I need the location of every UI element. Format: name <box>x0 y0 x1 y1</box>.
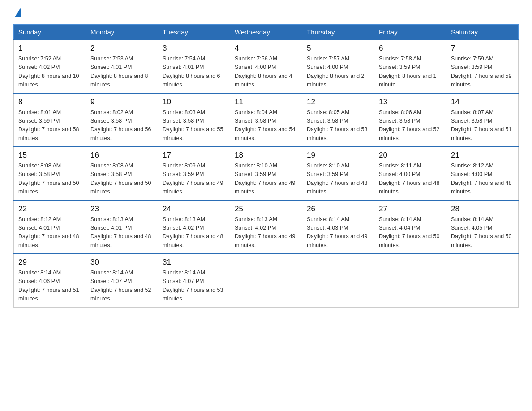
day-info: Sunrise: 8:10 AMSunset: 3:59 PMDaylight:… <box>235 163 296 195</box>
day-number: 17 <box>163 151 225 160</box>
day-number: 1 <box>18 44 81 53</box>
calendar-cell: 21Sunrise: 8:12 AMSunset: 4:00 PMDayligh… <box>446 147 519 201</box>
calendar-cell: 23Sunrise: 8:13 AMSunset: 4:01 PMDayligh… <box>86 201 158 254</box>
calendar-cell: 31Sunrise: 8:14 AMSunset: 4:07 PMDayligh… <box>158 254 230 307</box>
day-number: 19 <box>307 151 369 160</box>
logo-triangle-icon <box>15 7 21 17</box>
calendar-cell: 24Sunrise: 8:13 AMSunset: 4:02 PMDayligh… <box>158 201 230 254</box>
calendar-cell: 15Sunrise: 8:08 AMSunset: 3:58 PMDayligh… <box>14 147 86 201</box>
calendar-cell: 25Sunrise: 8:13 AMSunset: 4:02 PMDayligh… <box>230 201 302 254</box>
day-number: 30 <box>90 258 153 267</box>
calendar-week-row: 22Sunrise: 8:12 AMSunset: 4:01 PMDayligh… <box>14 201 519 254</box>
day-info: Sunrise: 8:02 AMSunset: 3:58 PMDaylight:… <box>90 109 151 141</box>
calendar-cell: 18Sunrise: 8:10 AMSunset: 3:59 PMDayligh… <box>230 147 302 201</box>
calendar-cell <box>446 254 519 307</box>
day-number: 9 <box>90 98 153 107</box>
day-number: 18 <box>235 151 297 160</box>
day-number: 28 <box>451 205 514 214</box>
calendar-cell: 3Sunrise: 7:54 AMSunset: 4:01 PMDaylight… <box>158 40 230 94</box>
weekday-header-friday: Friday <box>374 25 446 40</box>
weekday-header-wednesday: Wednesday <box>230 25 302 40</box>
day-info: Sunrise: 7:56 AMSunset: 4:00 PMDaylight:… <box>235 56 292 88</box>
calendar-cell: 1Sunrise: 7:52 AMSunset: 4:02 PMDaylight… <box>14 40 86 94</box>
day-info: Sunrise: 7:53 AMSunset: 4:01 PMDaylight:… <box>90 56 148 88</box>
day-number: 10 <box>163 98 225 107</box>
calendar-cell: 29Sunrise: 8:14 AMSunset: 4:06 PMDayligh… <box>14 254 86 307</box>
page-header <box>13 9 519 15</box>
day-info: Sunrise: 8:08 AMSunset: 3:58 PMDaylight:… <box>90 163 151 195</box>
calendar-cell: 26Sunrise: 8:14 AMSunset: 4:03 PMDayligh… <box>302 201 374 254</box>
day-info: Sunrise: 8:14 AMSunset: 4:05 PMDaylight:… <box>451 216 512 248</box>
calendar-cell: 17Sunrise: 8:09 AMSunset: 3:59 PMDayligh… <box>158 147 230 201</box>
calendar-cell <box>230 254 302 307</box>
calendar-cell <box>302 254 374 307</box>
calendar-cell: 19Sunrise: 8:10 AMSunset: 3:59 PMDayligh… <box>302 147 374 201</box>
day-info: Sunrise: 7:59 AMSunset: 3:59 PMDaylight:… <box>451 56 512 88</box>
calendar-cell: 30Sunrise: 8:14 AMSunset: 4:07 PMDayligh… <box>86 254 158 307</box>
calendar-cell: 14Sunrise: 8:07 AMSunset: 3:58 PMDayligh… <box>446 94 519 147</box>
day-info: Sunrise: 8:06 AMSunset: 3:58 PMDaylight:… <box>379 109 440 141</box>
day-info: Sunrise: 7:54 AMSunset: 4:01 PMDaylight:… <box>163 56 220 88</box>
day-info: Sunrise: 8:01 AMSunset: 3:59 PMDaylight:… <box>18 109 79 141</box>
calendar-cell: 28Sunrise: 8:14 AMSunset: 4:05 PMDayligh… <box>446 201 519 254</box>
day-number: 8 <box>18 98 81 107</box>
day-info: Sunrise: 8:13 AMSunset: 4:02 PMDaylight:… <box>163 216 223 248</box>
day-number: 4 <box>235 44 297 53</box>
day-number: 27 <box>379 205 442 214</box>
day-number: 29 <box>18 258 81 267</box>
day-info: Sunrise: 8:14 AMSunset: 4:07 PMDaylight:… <box>163 270 223 302</box>
day-number: 23 <box>90 205 153 214</box>
day-number: 12 <box>307 98 369 107</box>
day-info: Sunrise: 8:13 AMSunset: 4:02 PMDaylight:… <box>235 216 296 248</box>
calendar-cell: 6Sunrise: 7:58 AMSunset: 3:59 PMDaylight… <box>374 40 446 94</box>
weekday-header-thursday: Thursday <box>302 25 374 40</box>
day-info: Sunrise: 8:14 AMSunset: 4:04 PMDaylight:… <box>379 216 440 248</box>
calendar-cell <box>374 254 446 307</box>
day-number: 2 <box>90 44 153 53</box>
day-number: 3 <box>163 44 225 53</box>
day-info: Sunrise: 7:52 AMSunset: 4:02 PMDaylight:… <box>18 56 79 88</box>
day-info: Sunrise: 8:14 AMSunset: 4:07 PMDaylight:… <box>90 270 151 302</box>
calendar-week-row: 8Sunrise: 8:01 AMSunset: 3:59 PMDaylight… <box>14 94 519 147</box>
calendar-cell: 27Sunrise: 8:14 AMSunset: 4:04 PMDayligh… <box>374 201 446 254</box>
day-info: Sunrise: 8:03 AMSunset: 3:58 PMDaylight:… <box>163 109 223 141</box>
day-info: Sunrise: 8:12 AMSunset: 4:01 PMDaylight:… <box>18 216 79 248</box>
day-number: 24 <box>163 205 225 214</box>
weekday-header-sunday: Sunday <box>14 25 86 40</box>
calendar-cell: 5Sunrise: 7:57 AMSunset: 4:00 PMDaylight… <box>302 40 374 94</box>
calendar-cell: 16Sunrise: 8:08 AMSunset: 3:58 PMDayligh… <box>86 147 158 201</box>
day-info: Sunrise: 8:12 AMSunset: 4:00 PMDaylight:… <box>451 163 512 195</box>
calendar-cell: 8Sunrise: 8:01 AMSunset: 3:59 PMDaylight… <box>14 94 86 147</box>
day-number: 7 <box>451 44 514 53</box>
day-info: Sunrise: 8:04 AMSunset: 3:58 PMDaylight:… <box>235 109 296 141</box>
day-number: 20 <box>379 151 442 160</box>
calendar-cell: 13Sunrise: 8:06 AMSunset: 3:58 PMDayligh… <box>374 94 446 147</box>
day-number: 13 <box>379 98 442 107</box>
weekday-header-row: SundayMondayTuesdayWednesdayThursdayFrid… <box>14 25 519 40</box>
day-number: 15 <box>18 151 81 160</box>
day-number: 16 <box>90 151 153 160</box>
day-info: Sunrise: 8:05 AMSunset: 3:58 PMDaylight:… <box>307 109 368 141</box>
day-number: 31 <box>163 258 225 267</box>
weekday-header-tuesday: Tuesday <box>158 25 230 40</box>
day-info: Sunrise: 8:11 AMSunset: 4:00 PMDaylight:… <box>379 163 440 195</box>
day-number: 22 <box>18 205 81 214</box>
day-info: Sunrise: 7:57 AMSunset: 4:00 PMDaylight:… <box>307 56 365 88</box>
logo <box>13 9 21 15</box>
day-number: 6 <box>379 44 442 53</box>
weekday-header-monday: Monday <box>86 25 158 40</box>
day-info: Sunrise: 8:14 AMSunset: 4:03 PMDaylight:… <box>307 216 368 248</box>
calendar-cell: 9Sunrise: 8:02 AMSunset: 3:58 PMDaylight… <box>86 94 158 147</box>
day-number: 5 <box>307 44 369 53</box>
calendar-cell: 7Sunrise: 7:59 AMSunset: 3:59 PMDaylight… <box>446 40 519 94</box>
calendar-cell: 11Sunrise: 8:04 AMSunset: 3:58 PMDayligh… <box>230 94 302 147</box>
day-info: Sunrise: 8:07 AMSunset: 3:58 PMDaylight:… <box>451 109 512 141</box>
calendar-table: SundayMondayTuesdayWednesdayThursdayFrid… <box>13 24 519 308</box>
day-info: Sunrise: 8:14 AMSunset: 4:06 PMDaylight:… <box>18 270 79 302</box>
calendar-cell: 4Sunrise: 7:56 AMSunset: 4:00 PMDaylight… <box>230 40 302 94</box>
day-info: Sunrise: 8:10 AMSunset: 3:59 PMDaylight:… <box>307 163 368 195</box>
calendar-week-row: 1Sunrise: 7:52 AMSunset: 4:02 PMDaylight… <box>14 40 519 94</box>
day-info: Sunrise: 7:58 AMSunset: 3:59 PMDaylight:… <box>379 56 437 88</box>
calendar-week-row: 15Sunrise: 8:08 AMSunset: 3:58 PMDayligh… <box>14 147 519 201</box>
weekday-header-saturday: Saturday <box>446 25 519 40</box>
